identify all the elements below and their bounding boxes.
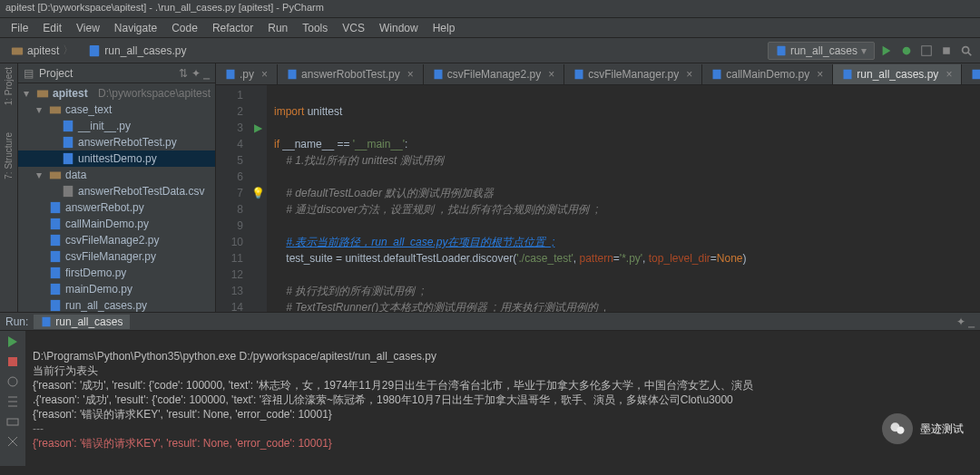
menu-run[interactable]: Run (260, 20, 295, 36)
folder-icon (11, 44, 24, 57)
svg-rect-0 (12, 47, 23, 54)
svg-rect-1 (90, 44, 100, 55)
menu-navigate[interactable]: Navigate (107, 20, 164, 36)
svg-rect-11 (64, 121, 74, 131)
run-panel-header: Run: run_all_cases ✦ ⎯ (0, 313, 980, 331)
sidebar-title: Project (39, 67, 73, 80)
svg-rect-10 (50, 107, 61, 114)
editor-tabs: .py×answerRobotTest.py×csvFileManage2.py… (216, 63, 980, 85)
svg-rect-28 (713, 70, 721, 80)
print-icon[interactable] (5, 414, 20, 429)
python-file-icon (41, 316, 52, 327)
svg-rect-13 (64, 153, 74, 164)
svg-marker-32 (8, 336, 17, 347)
tree-item[interactable]: run_all_cases.py (18, 297, 215, 312)
pin-icon[interactable] (5, 374, 20, 389)
breadcrumb-project-label: apitest (27, 44, 59, 57)
svg-rect-2 (777, 45, 785, 55)
menu-window[interactable]: Window (372, 20, 426, 36)
main-split: 1: Project 7: Structure ▤ Project ⇅ ✦ ⎯ … (0, 63, 980, 312)
tree-root-name: apitest (53, 87, 88, 100)
svg-line-8 (968, 52, 972, 55)
run-button[interactable] (878, 43, 895, 59)
clear-icon[interactable] (5, 434, 20, 449)
tree-item[interactable]: csvFileManage2.py (18, 232, 215, 248)
stop-button[interactable] (938, 43, 955, 59)
svg-rect-18 (51, 235, 61, 246)
structure-tool-button[interactable]: 7: Structure (4, 132, 14, 179)
tree-item[interactable]: answerRebotTestData.csv (18, 183, 215, 199)
project-tree[interactable]: ▾ apitest D:\pyworkspace\apitest ▾case_t… (18, 83, 215, 312)
project-tool-button[interactable]: 1: Project (4, 67, 14, 105)
tree-item[interactable]: __init__.py (18, 118, 215, 134)
code-editor[interactable]: import unittest if __name__ == '__main__… (267, 85, 980, 312)
menu-file[interactable]: File (4, 20, 35, 36)
tree-item[interactable]: ▾data (18, 167, 215, 183)
rerun-icon[interactable] (5, 334, 20, 349)
breadcrumb-project[interactable]: apitest 〉 (5, 41, 79, 60)
coverage-button[interactable] (918, 43, 935, 59)
run-toolbar (0, 331, 25, 466)
editor-tab[interactable]: loader.py× (962, 64, 980, 84)
tree-item[interactable]: answerRebot.py (18, 199, 215, 216)
tree-root[interactable]: ▾ apitest D:\pyworkspace\apitest (18, 85, 215, 102)
search-button[interactable] (958, 43, 975, 59)
editor-tab[interactable]: .py× (216, 64, 278, 84)
svg-rect-15 (64, 186, 74, 197)
menu-code[interactable]: Code (164, 20, 205, 36)
tree-item[interactable]: firstDemo.py (18, 265, 215, 281)
menu-edit[interactable]: Edit (35, 20, 69, 36)
svg-marker-3 (883, 45, 891, 55)
sidebar-header: ▤ Project ⇅ ✦ ⎯ (18, 63, 215, 83)
editor-tab[interactable]: csvFileManager.py× (564, 64, 702, 84)
run-tab[interactable]: run_all_cases (34, 315, 130, 329)
run-label: Run: (5, 315, 28, 328)
tree-item[interactable]: mainDemo.py (18, 281, 215, 297)
scroll-icon[interactable] (5, 394, 20, 409)
svg-rect-14 (50, 172, 61, 179)
menu-vcs[interactable]: VCS (335, 20, 372, 36)
console-output[interactable]: D:\Programs\Python\Python35\python.exe D… (25, 331, 980, 466)
svg-rect-26 (434, 70, 442, 80)
run-settings-icon[interactable]: ✦ ⎯ (956, 315, 975, 328)
svg-rect-31 (43, 316, 51, 326)
menu-view[interactable]: View (69, 20, 107, 36)
svg-rect-5 (922, 45, 932, 55)
svg-point-4 (903, 46, 911, 54)
tree-item[interactable]: unittestDemo.py (18, 150, 215, 167)
menu-refactor[interactable]: Refactor (205, 20, 260, 36)
debug-button[interactable] (898, 43, 915, 59)
svg-rect-35 (7, 419, 18, 425)
intention-bulb-icon[interactable]: 💡 (249, 185, 267, 201)
editor-tab[interactable]: run_all_cases.py× (833, 64, 962, 84)
run-tab-label: run_all_cases (55, 315, 122, 328)
breadcrumb-file[interactable]: run_all_cases.py (83, 43, 191, 59)
editor-gutter: ▶ 💡 (249, 85, 267, 312)
window-title: apitest [D:\pyworkspace\apitest] - .\run… (0, 0, 980, 18)
tree-item[interactable]: answerRebotTest.py (18, 134, 215, 150)
svg-rect-20 (51, 267, 61, 278)
svg-rect-6 (943, 47, 950, 54)
svg-rect-12 (64, 137, 74, 148)
editor-tab[interactable]: callMainDemo.py× (702, 64, 833, 84)
run-config-selector[interactable]: run_all_cases ▾ (768, 42, 875, 60)
editor-tab[interactable]: csvFileManage2.py× (424, 64, 564, 84)
svg-rect-9 (37, 91, 48, 98)
svg-rect-33 (8, 357, 17, 366)
tree-item[interactable]: ▾case_text (18, 102, 215, 118)
stop-icon[interactable] (5, 354, 20, 369)
svg-rect-27 (575, 70, 583, 80)
tree-item[interactable]: csvFileManager.py (18, 248, 215, 265)
svg-rect-25 (289, 70, 297, 80)
menu-help[interactable]: Help (426, 20, 463, 36)
svg-rect-22 (51, 300, 61, 311)
tree-root-path: D:\pyworkspace\apitest (98, 87, 211, 100)
menu-tools[interactable]: Tools (295, 20, 335, 36)
left-tool-strip: 1: Project 7: Structure (0, 63, 18, 312)
tree-item[interactable]: callMainDemo.py (18, 216, 215, 232)
svg-rect-29 (844, 70, 852, 80)
svg-rect-21 (51, 284, 61, 295)
run-gutter-icon[interactable]: ▶ (249, 120, 267, 136)
editor-tab[interactable]: answerRobotTest.py× (278, 64, 424, 84)
svg-rect-24 (227, 70, 235, 80)
